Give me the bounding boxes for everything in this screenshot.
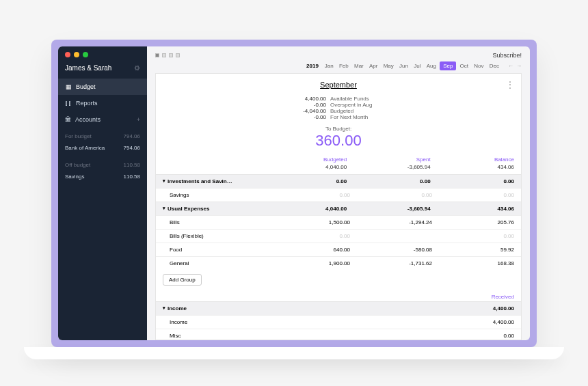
chevron-down-icon: ▾ bbox=[163, 305, 165, 311]
budget-name[interactable]: James & Sarah bbox=[65, 64, 111, 72]
chart-icon: ⫿⫿ bbox=[65, 100, 72, 107]
prev-month-icon[interactable]: ← bbox=[508, 63, 513, 69]
main-panel: Subscribe! 2019 Jan Feb Mar Apr May Jun … bbox=[147, 46, 530, 340]
account-item[interactable]: Savings110.58 bbox=[58, 171, 147, 182]
month-title[interactable]: September bbox=[320, 81, 357, 89]
received-header: Received bbox=[156, 290, 521, 301]
app-window: James & Sarah ⚙ ▦ Budget ⫿⫿ Reports 🏛 Ac… bbox=[58, 46, 530, 340]
nav-label: Reports bbox=[76, 100, 98, 107]
subscribe-link[interactable]: Subscribe! bbox=[492, 52, 522, 59]
close-icon[interactable] bbox=[65, 52, 70, 57]
nav-label: Budget bbox=[76, 83, 96, 90]
kebab-menu-icon[interactable]: ⋮ bbox=[506, 80, 514, 89]
wallet-icon: ▦ bbox=[65, 83, 72, 90]
category-row[interactable]: Savings 0.000.000.00 bbox=[156, 188, 521, 202]
category-row[interactable]: Bills 1,500.00-1,294.24205.76 bbox=[156, 215, 521, 229]
month-tab-aug[interactable]: Aug bbox=[425, 62, 438, 70]
month-tab-mar[interactable]: Mar bbox=[352, 62, 366, 70]
sidebar: James & Sarah ⚙ ▦ Budget ⫿⫿ Reports 🏛 Ac… bbox=[58, 46, 147, 340]
month-navigation: 2019 Jan Feb Mar Apr May Jun Jul Aug Sep… bbox=[147, 61, 530, 73]
gear-icon[interactable]: ⚙ bbox=[134, 64, 140, 72]
income-row[interactable]: Misc 0.00 bbox=[156, 329, 521, 340]
next-month-icon[interactable]: → bbox=[516, 63, 522, 69]
month-tab-sep[interactable]: Sep bbox=[440, 61, 456, 70]
bank-icon: 🏛 bbox=[65, 116, 71, 123]
to-budget: To Budget: 360.00 bbox=[156, 120, 521, 155]
laptop-frame: James & Sarah ⚙ ▦ Budget ⫿⫿ Reports 🏛 Ac… bbox=[51, 40, 537, 347]
month-tab-feb[interactable]: Feb bbox=[337, 62, 351, 70]
chevron-down-icon: ▾ bbox=[163, 178, 165, 184]
to-budget-amount: 360.00 bbox=[156, 132, 521, 150]
category-row[interactable]: General 1,900.00-1,731.62168.38 bbox=[156, 256, 521, 270]
column-totals: 4,040.00 -3,605.94 434.06 bbox=[156, 164, 521, 174]
budget-panel: September ⋮ 4,400.00Available Funds-0.00… bbox=[155, 73, 522, 340]
plus-icon[interactable]: + bbox=[137, 116, 140, 123]
income-row[interactable]: Income 4,400.00 bbox=[156, 315, 521, 329]
month-tab-apr[interactable]: Apr bbox=[367, 62, 379, 70]
category-table: ▾ Investments and Savin… 0.000.000.00Sav… bbox=[156, 174, 521, 340]
for-budget-header: For budget 794.06 bbox=[58, 130, 147, 142]
category-row[interactable]: Bills (Flexible) 0.000.00 bbox=[156, 229, 521, 243]
month-tab-oct[interactable]: Oct bbox=[458, 62, 470, 70]
minimize-icon[interactable] bbox=[74, 52, 79, 57]
month-tab-jan[interactable]: Jan bbox=[323, 62, 336, 70]
laptop-base bbox=[24, 347, 564, 359]
view-toggle[interactable] bbox=[155, 53, 180, 57]
month-tab-jun[interactable]: Jun bbox=[397, 62, 410, 70]
maximize-icon[interactable] bbox=[83, 52, 88, 57]
sidebar-item-reports[interactable]: ⫿⫿ Reports bbox=[58, 95, 147, 111]
chevron-down-icon: ▾ bbox=[163, 206, 165, 211]
account-item[interactable]: Bank of America794.06 bbox=[58, 142, 147, 154]
off-budget-header: Off budget 110.58 bbox=[58, 159, 147, 171]
month-tab-may[interactable]: May bbox=[382, 62, 396, 70]
sidebar-item-budget[interactable]: ▦ Budget bbox=[58, 79, 147, 95]
year-label: 2019 bbox=[306, 63, 319, 69]
add-group-button[interactable]: Add Group bbox=[163, 274, 202, 286]
month-tab-jul[interactable]: Jul bbox=[412, 62, 423, 70]
month-tab-nov[interactable]: Nov bbox=[472, 62, 485, 70]
income-group-row[interactable]: ▾ Income 4,400.00 bbox=[156, 301, 521, 315]
column-headers: Budgeted Spent Balance bbox=[156, 155, 521, 164]
window-controls bbox=[58, 46, 147, 60]
sidebar-item-accounts[interactable]: 🏛 Accounts + bbox=[58, 111, 147, 128]
category-row[interactable]: Food 640.00-580.0859.92 bbox=[156, 243, 521, 256]
month-tab-dec[interactable]: Dec bbox=[487, 62, 501, 70]
group-row[interactable]: ▾ Usual Expenses 4,040.00-3,605.94434.06 bbox=[156, 202, 521, 215]
group-row[interactable]: ▾ Investments and Savin… 0.000.000.00 bbox=[156, 174, 521, 188]
summary-block: 4,400.00Available Funds-0.00Overspent in… bbox=[156, 96, 521, 120]
nav-label: Accounts bbox=[75, 116, 101, 123]
